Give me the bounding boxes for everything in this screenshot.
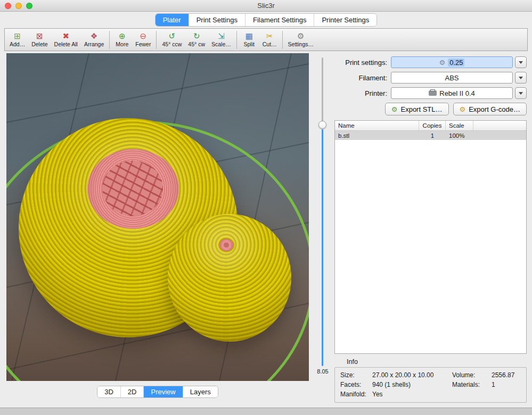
export-gcode-button[interactable]: ⚙ Export G-code…: [453, 103, 527, 115]
slic3r-window: Slic3r Plater Print Settings Filament Se…: [0, 0, 532, 415]
printer-dropdown-button[interactable]: [515, 87, 527, 99]
view-mode-3d[interactable]: 3D: [97, 386, 121, 397]
view-mode-group: 3D 2D Preview Layers: [97, 386, 218, 398]
tab-print-settings[interactable]: Print Settings: [189, 14, 245, 26]
column-header-filler: [473, 121, 526, 130]
rotate-cw-button[interactable]: ↻ 45° cw: [185, 31, 208, 48]
toolbar-separator: [236, 31, 237, 49]
filament-row: Filament: ABS: [334, 72, 527, 84]
rotate-ccw-icon: ↺: [169, 32, 176, 40]
rotate-ccw-label: 45° ccw: [162, 41, 182, 47]
info-manifold-value: Yes: [372, 391, 452, 398]
toolbar: ⊞ Add… ⊠ Delete ✖ Delete All ❖ Arrange ⊕…: [4, 28, 528, 51]
column-header-copies[interactable]: Copies: [419, 121, 446, 130]
print-settings-value: 0.25: [448, 59, 464, 67]
toolbar-separator: [109, 31, 110, 49]
view-mode-layers[interactable]: Layers: [183, 386, 218, 397]
add-button[interactable]: ⊞ Add…: [6, 31, 28, 48]
view-mode-bar: 3D 2D Preview Layers: [6, 386, 309, 398]
info-panel-title: Info: [347, 358, 527, 366]
settings-gear-icon: ⚙: [297, 32, 304, 40]
export-stl-icon: ⚙: [391, 106, 398, 113]
fewer-icon: ⊖: [140, 32, 147, 40]
info-volume-label: Volume:: [452, 371, 492, 379]
split-button[interactable]: ▦ Split: [239, 31, 259, 48]
delete-all-label: Delete All: [54, 41, 78, 47]
cut-icon: ✂: [266, 32, 273, 40]
info-materials-label: Materials:: [452, 381, 492, 388]
scale-label: Scale…: [211, 41, 231, 47]
table-row[interactable]: b.stl 1 100%: [335, 131, 526, 140]
add-label: Add…: [10, 41, 25, 47]
titlebar: Slic3r: [0, 0, 532, 12]
add-icon: ⊞: [14, 32, 21, 40]
filament-field[interactable]: ABS: [391, 72, 513, 84]
3d-viewport[interactable]: [6, 53, 309, 381]
layer-slider-track-upper[interactable]: [322, 57, 323, 121]
cell-name: b.stl: [335, 132, 419, 139]
printer-paper-detail: [430, 89, 435, 92]
layer-slider-knob[interactable]: [318, 121, 326, 129]
view-mode-2d[interactable]: 2D: [121, 386, 144, 397]
toolbar-separator: [282, 31, 283, 49]
split-icon: ▦: [245, 32, 253, 40]
tab-printer-settings[interactable]: Printer Settings: [314, 14, 377, 26]
chevron-down-icon: [519, 61, 523, 64]
print-settings-dropdown-button[interactable]: [515, 56, 527, 68]
layer-slider-track-lower[interactable]: [322, 129, 323, 366]
rotate-ccw-button[interactable]: ↺ 45° ccw: [159, 31, 185, 48]
info-empty-cell: [492, 391, 521, 398]
delete-label: Delete: [31, 41, 47, 47]
more-button[interactable]: ⊕ More: [112, 31, 132, 48]
info-size-value: 27.00 x 20.00 x 10.00: [372, 371, 452, 379]
column-header-name[interactable]: Name: [335, 121, 419, 130]
export-gcode-icon: ⚙: [460, 106, 466, 113]
settings-button[interactable]: ⚙ Settings…: [285, 31, 317, 48]
files-table: Name Copies Scale b.stl 1 100%: [334, 120, 527, 354]
view-mode-preview[interactable]: Preview: [144, 386, 183, 397]
rotate-cw-icon: ↻: [193, 32, 200, 40]
files-table-body: b.stl 1 100%: [335, 131, 526, 353]
fewer-button[interactable]: ⊖ Fewer: [132, 31, 154, 48]
cell-copies: 1: [419, 132, 446, 139]
info-materials-value: 1: [492, 381, 521, 388]
layer-slider-value: 8.05: [313, 368, 332, 375]
gear-icon: ⚙: [439, 59, 446, 66]
column-header-scale[interactable]: Scale: [446, 121, 473, 130]
export-stl-button[interactable]: ⚙ Export STL…: [385, 103, 449, 115]
model-small-infill-top: [218, 238, 234, 252]
info-volume-value: 2556.87: [492, 371, 521, 379]
tab-group: Plater Print Settings Filament Settings …: [155, 13, 378, 27]
arrange-label: Arrange: [84, 41, 104, 47]
tab-plater[interactable]: Plater: [155, 14, 189, 26]
print-settings-label: Print settings:: [334, 59, 391, 67]
info-facets-value: 940 (1 shells): [372, 381, 452, 388]
model-large-infill-pattern: [102, 161, 163, 216]
scale-button[interactable]: ⇲ Scale…: [208, 31, 234, 48]
arrange-button[interactable]: ❖ Arrange: [81, 31, 107, 48]
info-manifold-label: Manifold:: [340, 391, 372, 398]
files-table-header: Name Copies Scale: [335, 121, 526, 131]
delete-all-button[interactable]: ✖ Delete All: [51, 31, 81, 48]
delete-button[interactable]: ⊠ Delete: [28, 31, 51, 48]
info-panel: Size: 27.00 x 20.00 x 10.00 Volume: 2556…: [334, 367, 527, 403]
filament-dropdown-button[interactable]: [515, 72, 527, 84]
fewer-label: Fewer: [135, 41, 151, 47]
more-icon: ⊕: [119, 32, 126, 40]
print-settings-field[interactable]: ⚙ 0.25: [391, 56, 513, 68]
layer-slider[interactable]: 8.05: [313, 53, 332, 381]
tab-bar: Plater Print Settings Filament Settings …: [0, 13, 532, 27]
cut-button[interactable]: ✂ Cut…: [259, 31, 280, 48]
cut-label: Cut…: [263, 41, 277, 47]
model-small-dome[interactable]: [168, 214, 291, 342]
window-title: Slic3r: [0, 2, 532, 10]
tab-filament-settings[interactable]: Filament Settings: [245, 14, 314, 26]
printer-row: Printer: Rebel II 0.4: [334, 87, 527, 99]
arrange-icon: ❖: [91, 32, 97, 40]
filament-value: ABS: [445, 74, 459, 82]
filament-label: Filament:: [334, 74, 391, 82]
info-empty-cell: [452, 391, 492, 398]
info-grid: Size: 27.00 x 20.00 x 10.00 Volume: 2556…: [340, 371, 521, 398]
more-label: More: [116, 41, 128, 47]
printer-field[interactable]: Rebel II 0.4: [391, 87, 513, 99]
